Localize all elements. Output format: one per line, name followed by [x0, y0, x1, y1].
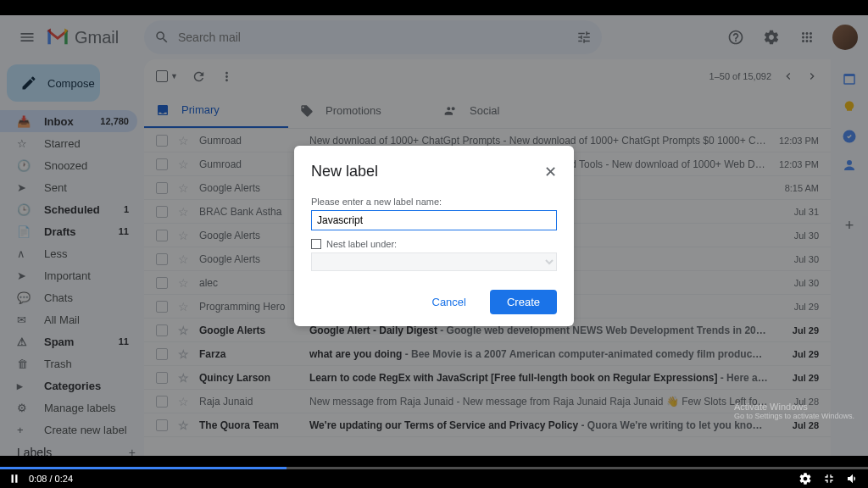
video-letterbox-top — [0, 0, 868, 15]
nest-label: Nest label under: — [326, 239, 397, 249]
close-icon[interactable]: ✕ — [544, 163, 557, 181]
windows-watermark: Activate Windows Go to Settings to activ… — [734, 402, 854, 420]
cancel-button[interactable]: Cancel — [415, 290, 483, 314]
gmail-app: Gmail Compose 📥Inbox12,780☆Starred🕐Snooz… — [0, 15, 868, 456]
video-controls: 0:08 / 0:24 — [0, 469, 868, 488]
modal-title: New label — [311, 163, 378, 180]
create-button[interactable]: Create — [490, 290, 557, 314]
new-label-modal: New label ✕ Please enter a new label nam… — [294, 146, 574, 326]
volume-icon[interactable] — [846, 472, 860, 485]
nest-checkbox[interactable] — [311, 239, 321, 249]
video-settings-icon[interactable] — [798, 472, 812, 485]
nest-parent-select — [311, 252, 557, 271]
modal-overlay: New label ✕ Please enter a new label nam… — [0, 15, 868, 456]
modal-actions: Cancel Create — [311, 290, 557, 314]
video-time: 0:08 / 0:24 — [29, 474, 73, 484]
fullscreen-exit-icon[interactable] — [822, 472, 836, 485]
modal-header: New label ✕ — [311, 163, 557, 181]
label-name-input[interactable] — [311, 210, 557, 230]
nest-checkbox-row: Nest label under: — [311, 239, 557, 249]
pause-icon[interactable] — [8, 473, 20, 485]
modal-prompt: Please enter a new label name: — [311, 197, 557, 207]
